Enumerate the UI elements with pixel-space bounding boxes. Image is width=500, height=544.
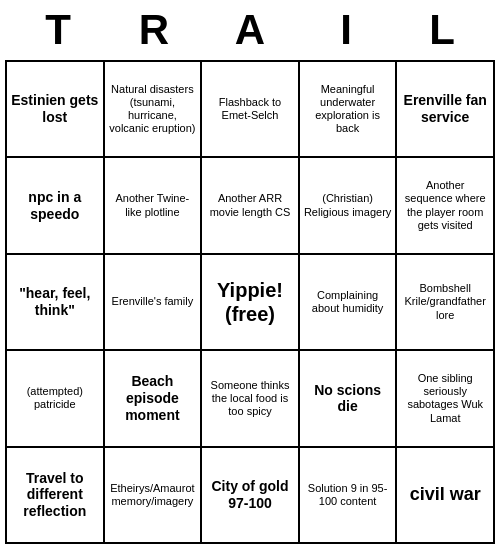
- bingo-cell-r3c2[interactable]: Erenville's family: [105, 255, 203, 351]
- bingo-cell-r1c5[interactable]: Erenville fan service: [397, 62, 495, 158]
- title-letter-r: R: [106, 6, 202, 54]
- bingo-cell-r1c2[interactable]: Natural disasters (tsunami, hurricane, v…: [105, 62, 203, 158]
- title-letter-i: I: [298, 6, 394, 54]
- title-letter-t: T: [10, 6, 106, 54]
- bingo-cell-r3c3[interactable]: Yippie! (free): [202, 255, 300, 351]
- bingo-cell-r2c5[interactable]: Another sequence where the player room g…: [397, 158, 495, 254]
- bingo-cell-r1c4[interactable]: Meaningful underwater exploration is bac…: [300, 62, 398, 158]
- bingo-cell-r3c4[interactable]: Complaining about humidity: [300, 255, 398, 351]
- bingo-cell-r5c4[interactable]: Solution 9 in 95-100 content: [300, 448, 398, 544]
- bingo-cell-r2c3[interactable]: Another ARR movie length CS: [202, 158, 300, 254]
- bingo-cell-r5c2[interactable]: Etheirys/Amaurot memory/imagery: [105, 448, 203, 544]
- bingo-cell-r1c3[interactable]: Flashback to Emet-Selch: [202, 62, 300, 158]
- title-letter-a: A: [202, 6, 298, 54]
- bingo-cell-r5c5[interactable]: civil war: [397, 448, 495, 544]
- bingo-cell-r3c5[interactable]: Bombshell Krile/grandfather lore: [397, 255, 495, 351]
- bingo-cell-r3c1[interactable]: "hear, feel, think": [7, 255, 105, 351]
- bingo-cell-r2c2[interactable]: Another Twine-like plotline: [105, 158, 203, 254]
- bingo-cell-r2c1[interactable]: npc in a speedo: [7, 158, 105, 254]
- bingo-cell-r4c1[interactable]: (attempted) patricide: [7, 351, 105, 447]
- bingo-cell-r4c2[interactable]: Beach episode moment: [105, 351, 203, 447]
- bingo-cell-r1c1[interactable]: Estinien gets lost: [7, 62, 105, 158]
- bingo-grid: Estinien gets lostNatural disasters (tsu…: [5, 60, 495, 544]
- bingo-cell-r4c3[interactable]: Someone thinks the local food is too spi…: [202, 351, 300, 447]
- bingo-cell-r4c5[interactable]: One sibling seriously sabotages Wuk Lama…: [397, 351, 495, 447]
- bingo-cell-r4c4[interactable]: No scions die: [300, 351, 398, 447]
- title-row: T R A I L: [0, 0, 500, 60]
- bingo-cell-r5c3[interactable]: City of gold 97-100: [202, 448, 300, 544]
- bingo-cell-r5c1[interactable]: Travel to different reflection: [7, 448, 105, 544]
- title-letter-l: L: [394, 6, 490, 54]
- bingo-cell-r2c4[interactable]: (Christian) Religious imagery: [300, 158, 398, 254]
